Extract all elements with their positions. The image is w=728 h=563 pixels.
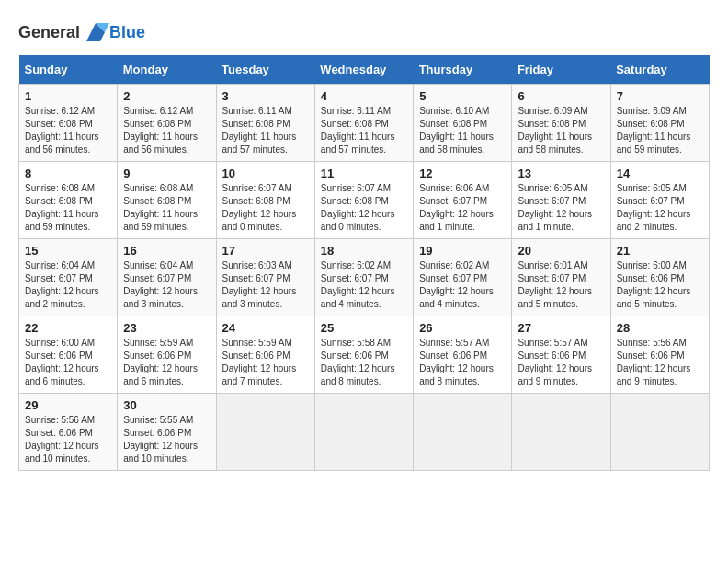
calendar-cell: 24Sunrise: 5:59 AMSunset: 6:06 PMDayligh… [216, 316, 314, 394]
day-number: 29 [25, 398, 111, 412]
calendar-cell: 11Sunrise: 6:07 AMSunset: 6:08 PMDayligh… [314, 162, 413, 239]
day-number: 19 [419, 244, 506, 258]
day-number: 9 [123, 167, 210, 180]
day-number: 21 [617, 244, 703, 258]
calendar-cell: 8Sunrise: 6:08 AMSunset: 6:08 PMDaylight… [19, 162, 118, 239]
weekday-header-row: SundayMondayTuesdayWednesdayThursdayFrid… [19, 55, 710, 85]
day-info: Sunrise: 6:08 AMSunset: 6:08 PMDaylight:… [123, 182, 210, 234]
logo: General Blue [18, 18, 145, 46]
calendar-cell: 1Sunrise: 6:12 AMSunset: 6:08 PMDaylight… [19, 85, 118, 162]
day-number: 15 [25, 244, 111, 258]
day-info: Sunrise: 6:04 AMSunset: 6:07 PMDaylight:… [25, 259, 111, 311]
day-info: Sunrise: 5:56 AMSunset: 6:06 PMDaylight:… [25, 414, 111, 465]
day-info: Sunrise: 6:06 AMSunset: 6:07 PMDaylight:… [419, 182, 506, 234]
day-number: 18 [321, 244, 407, 258]
day-number: 1 [25, 89, 111, 103]
weekday-header-sunday: Sunday [19, 55, 118, 85]
weekday-header-monday: Monday [118, 55, 216, 85]
day-info: Sunrise: 6:07 AMSunset: 6:08 PMDaylight:… [222, 182, 309, 234]
day-info: Sunrise: 5:56 AMSunset: 6:06 PMDaylight:… [617, 337, 703, 388]
calendar-cell: 18Sunrise: 6:02 AMSunset: 6:07 PMDayligh… [314, 239, 413, 316]
calendar-cell: 28Sunrise: 5:56 AMSunset: 6:06 PMDayligh… [610, 316, 709, 394]
day-number: 13 [518, 167, 604, 180]
day-number: 12 [419, 167, 506, 180]
day-number: 25 [321, 321, 407, 335]
weekday-header-saturday: Saturday [610, 55, 709, 85]
calendar-cell: 19Sunrise: 6:02 AMSunset: 6:07 PMDayligh… [414, 239, 512, 316]
calendar-cell: 14Sunrise: 6:05 AMSunset: 6:07 PMDayligh… [610, 162, 709, 239]
day-info: Sunrise: 5:59 AMSunset: 6:06 PMDaylight:… [222, 337, 309, 388]
calendar-cell [512, 394, 610, 471]
day-info: Sunrise: 6:05 AMSunset: 6:07 PMDaylight:… [518, 182, 604, 234]
day-info: Sunrise: 5:55 AMSunset: 6:06 PMDaylight:… [123, 414, 210, 465]
day-info: Sunrise: 6:11 AMSunset: 6:08 PMDaylight:… [321, 105, 407, 156]
day-info: Sunrise: 6:01 AMSunset: 6:07 PMDaylight:… [518, 259, 604, 311]
day-info: Sunrise: 6:00 AMSunset: 6:06 PMDaylight:… [25, 337, 111, 388]
calendar-cell: 2Sunrise: 6:12 AMSunset: 6:08 PMDaylight… [118, 85, 216, 162]
day-info: Sunrise: 6:11 AMSunset: 6:08 PMDaylight:… [222, 105, 309, 156]
calendar-cell: 17Sunrise: 6:03 AMSunset: 6:07 PMDayligh… [216, 239, 314, 316]
calendar-cell [610, 394, 709, 471]
calendar-cell [314, 394, 413, 471]
day-info: Sunrise: 6:07 AMSunset: 6:08 PMDaylight:… [321, 182, 407, 234]
day-info: Sunrise: 5:58 AMSunset: 6:06 PMDaylight:… [321, 337, 407, 388]
calendar-cell: 27Sunrise: 5:57 AMSunset: 6:06 PMDayligh… [512, 316, 610, 394]
calendar-cell: 25Sunrise: 5:58 AMSunset: 6:06 PMDayligh… [314, 316, 413, 394]
calendar-week-row: 29Sunrise: 5:56 AMSunset: 6:06 PMDayligh… [19, 394, 710, 471]
calendar-cell: 16Sunrise: 6:04 AMSunset: 6:07 PMDayligh… [118, 239, 216, 316]
calendar-cell: 7Sunrise: 6:09 AMSunset: 6:08 PMDaylight… [610, 85, 709, 162]
calendar-cell: 30Sunrise: 5:55 AMSunset: 6:06 PMDayligh… [118, 394, 216, 471]
day-number: 27 [518, 321, 604, 335]
calendar-cell: 10Sunrise: 6:07 AMSunset: 6:08 PMDayligh… [216, 162, 314, 239]
calendar-cell: 15Sunrise: 6:04 AMSunset: 6:07 PMDayligh… [19, 239, 118, 316]
day-number: 26 [419, 321, 506, 335]
calendar-cell: 9Sunrise: 6:08 AMSunset: 6:08 PMDaylight… [118, 162, 216, 239]
day-number: 5 [419, 89, 506, 103]
day-number: 22 [25, 321, 111, 335]
day-number: 11 [321, 167, 407, 180]
calendar-table: SundayMondayTuesdayWednesdayThursdayFrid… [18, 55, 710, 471]
page-header: General Blue [18, 18, 710, 46]
logo-text-blue: Blue [109, 23, 145, 42]
weekday-header-wednesday: Wednesday [314, 55, 413, 85]
weekday-header-tuesday: Tuesday [216, 55, 314, 85]
day-info: Sunrise: 6:04 AMSunset: 6:07 PMDaylight:… [123, 259, 210, 311]
day-info: Sunrise: 6:08 AMSunset: 6:08 PMDaylight:… [25, 182, 111, 234]
day-number: 7 [617, 89, 703, 103]
calendar-cell: 26Sunrise: 5:57 AMSunset: 6:06 PMDayligh… [414, 316, 512, 394]
day-number: 3 [222, 89, 309, 103]
calendar-cell: 5Sunrise: 6:10 AMSunset: 6:08 PMDaylight… [414, 85, 512, 162]
day-info: Sunrise: 6:00 AMSunset: 6:06 PMDaylight:… [617, 259, 703, 311]
day-info: Sunrise: 6:10 AMSunset: 6:08 PMDaylight:… [419, 105, 506, 156]
day-info: Sunrise: 6:12 AMSunset: 6:08 PMDaylight:… [123, 105, 210, 156]
calendar-cell: 12Sunrise: 6:06 AMSunset: 6:07 PMDayligh… [414, 162, 512, 239]
calendar-cell: 20Sunrise: 6:01 AMSunset: 6:07 PMDayligh… [512, 239, 610, 316]
calendar-cell: 22Sunrise: 6:00 AMSunset: 6:06 PMDayligh… [19, 316, 118, 394]
day-info: Sunrise: 5:57 AMSunset: 6:06 PMDaylight:… [419, 337, 506, 388]
day-number: 16 [123, 244, 210, 258]
calendar-cell: 21Sunrise: 6:00 AMSunset: 6:06 PMDayligh… [610, 239, 709, 316]
calendar-cell: 29Sunrise: 5:56 AMSunset: 6:06 PMDayligh… [19, 394, 118, 471]
day-number: 6 [518, 89, 604, 103]
day-info: Sunrise: 5:59 AMSunset: 6:06 PMDaylight:… [123, 337, 210, 388]
day-number: 2 [123, 89, 210, 103]
logo-text-general: General [18, 23, 80, 42]
day-number: 4 [321, 89, 407, 103]
calendar-cell [414, 394, 512, 471]
day-info: Sunrise: 6:03 AMSunset: 6:07 PMDaylight:… [222, 259, 309, 311]
logo-icon [82, 18, 109, 46]
day-info: Sunrise: 5:57 AMSunset: 6:06 PMDaylight:… [518, 337, 604, 388]
day-info: Sunrise: 6:02 AMSunset: 6:07 PMDaylight:… [419, 259, 506, 311]
calendar-cell: 13Sunrise: 6:05 AMSunset: 6:07 PMDayligh… [512, 162, 610, 239]
weekday-header-friday: Friday [512, 55, 610, 85]
day-info: Sunrise: 6:02 AMSunset: 6:07 PMDaylight:… [321, 259, 407, 311]
calendar-cell: 3Sunrise: 6:11 AMSunset: 6:08 PMDaylight… [216, 85, 314, 162]
day-number: 30 [123, 398, 210, 412]
calendar-week-row: 15Sunrise: 6:04 AMSunset: 6:07 PMDayligh… [19, 239, 710, 316]
calendar-cell: 4Sunrise: 6:11 AMSunset: 6:08 PMDaylight… [314, 85, 413, 162]
calendar-cell [216, 394, 314, 471]
day-number: 28 [617, 321, 703, 335]
day-info: Sunrise: 6:09 AMSunset: 6:08 PMDaylight:… [617, 105, 703, 156]
day-number: 24 [222, 321, 309, 335]
day-number: 17 [222, 244, 309, 258]
